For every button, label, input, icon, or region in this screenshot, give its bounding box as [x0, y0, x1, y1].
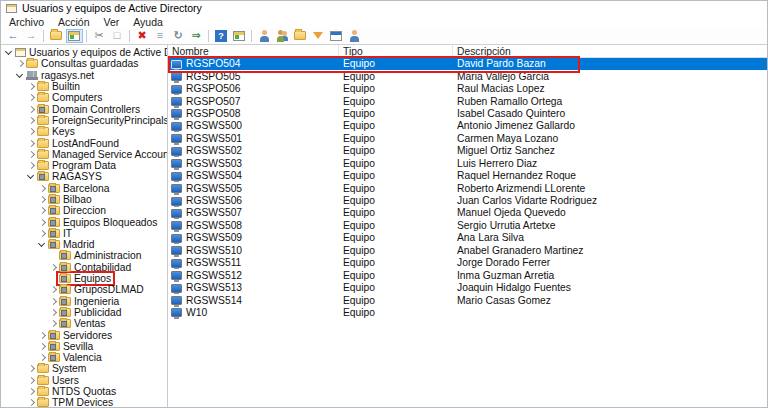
user-key-icon[interactable]	[346, 29, 363, 43]
tree-item-ragasys-net[interactable]: ragasys.net	[1, 70, 167, 81]
menu-archivo[interactable]: Archivo	[9, 16, 44, 28]
up-one-level-icon[interactable]	[48, 29, 65, 43]
tree-item-consultas-guardadas[interactable]: Consultas guardadas	[1, 58, 167, 69]
table-row[interactable]: RGSPO506 Equipo Raul Macias Lopez	[168, 83, 767, 95]
tree-item-madrid[interactable]: Madrid	[1, 239, 167, 250]
column-header-nombre[interactable]: Nombre	[168, 45, 339, 58]
expander-chevron-icon[interactable]	[26, 105, 35, 114]
expander-chevron-icon[interactable]	[48, 285, 57, 294]
table-row[interactable]: W10 Equipo	[168, 307, 767, 319]
tree-item-domain-controllers[interactable]: Domain Controllers	[1, 103, 167, 114]
tree-item-keys[interactable]: Keys	[1, 126, 167, 137]
table-row[interactable]: RGSWS501 Equipo Carmen Maya Lozano	[168, 133, 767, 145]
table-row[interactable]: RGSWS513 Equipo Joaquin Hidalgo Fuentes	[168, 282, 767, 294]
tree-item-barcelona[interactable]: Barcelona	[1, 183, 167, 194]
expander-chevron-icon[interactable]	[26, 139, 35, 148]
table-row[interactable]: RGSWS510 Equipo Anabel Granadero Martine…	[168, 245, 767, 257]
expander-chevron-icon[interactable]	[37, 218, 46, 227]
tree-item-builtin[interactable]: Builtin	[1, 81, 167, 92]
expander-chevron-icon[interactable]	[37, 331, 46, 340]
help-icon[interactable]: ?	[213, 29, 230, 43]
table-row[interactable]: RGSWS506 Equipo Juan Carlos Vidarte Rodr…	[168, 195, 767, 207]
expander-chevron-icon[interactable]	[48, 251, 57, 260]
tree-item-ventas[interactable]: Ventas	[1, 318, 167, 329]
table-row[interactable]: RGSWS505 Equipo Roberto Arizmendi LLoren…	[168, 182, 767, 194]
expander-chevron-icon[interactable]	[37, 229, 46, 238]
tree-item-valencia[interactable]: Valencia	[1, 352, 167, 363]
table-row[interactable]: RGSWS514 Equipo Mario Casas Gomez	[168, 294, 767, 306]
tree-item-foreignsecurityprincipals[interactable]: ForeignSecurityPrincipals	[1, 115, 167, 126]
tree-item-bilbao[interactable]: Bilbao	[1, 194, 167, 205]
expander-chevron-icon[interactable]	[26, 82, 35, 91]
expander-chevron-icon[interactable]	[37, 240, 46, 249]
table-row[interactable]: RGSWS500 Equipo Antonio Jimenez Gallardo	[168, 120, 767, 132]
expander-chevron-icon[interactable]	[26, 93, 35, 102]
expander-chevron-icon[interactable]	[26, 387, 35, 396]
expander-chevron-icon[interactable]	[26, 398, 35, 407]
table-row[interactable]: RGSWS503 Equipo Luis Herrero Diaz	[168, 158, 767, 170]
delete-icon[interactable]: ✖	[134, 29, 151, 43]
new-user-icon[interactable]	[256, 29, 273, 43]
cut-icon[interactable]: ✂	[91, 29, 108, 43]
table-row[interactable]: RGSPO507 Equipo Ruben Ramallo Ortega	[168, 95, 767, 107]
tree-item-computers[interactable]: Computers	[1, 92, 167, 103]
new-group-icon[interactable]	[274, 29, 291, 43]
tree-item-tpm-devices[interactable]: TPM Devices	[1, 397, 167, 407]
table-row[interactable]: RGSWS508 Equipo Sergio Urrutia Artetxe	[168, 220, 767, 232]
tree-item-publicidad[interactable]: Publicidad	[1, 307, 167, 318]
table-row[interactable]: RGSPO508 Equipo Isabel Casado Quintero	[168, 108, 767, 120]
expander-chevron-icon[interactable]	[37, 184, 46, 193]
table-row[interactable]: RGSPO505 Equipo Maria Vallejo Garcia	[168, 70, 767, 82]
table-row[interactable]: RGSWS504 Equipo Raquel Hernandez Roque	[168, 170, 767, 182]
tree-item-ntds-quotas[interactable]: NTDS Quotas	[1, 386, 167, 397]
expander-chevron-icon[interactable]	[48, 263, 57, 272]
expander-chevron-icon[interactable]	[26, 172, 35, 181]
table-row[interactable]: RGSWS512 Equipo Inma Guzman Arretia	[168, 269, 767, 281]
tree-item-sevilla[interactable]: Sevilla	[1, 341, 167, 352]
expander-chevron-icon[interactable]	[26, 116, 35, 125]
tree-item-direccion[interactable]: Direccion	[1, 205, 167, 216]
tree-item-usuarios-y-equipos-de-active-directory-dc01rg[interactable]: Usuarios y equipos de Active Directory […	[1, 47, 167, 58]
tree-item-equipos[interactable]: Equipos	[1, 273, 167, 284]
table-row[interactable]: RGSPO504 Equipo David Pardo Bazan	[168, 58, 767, 70]
forward-icon[interactable]: →	[23, 29, 40, 43]
tree-item-administracion[interactable]: Administracion	[1, 250, 167, 261]
expander-chevron-icon[interactable]	[48, 274, 57, 283]
dialog-icon[interactable]	[328, 29, 345, 43]
properties-icon[interactable]	[231, 29, 248, 43]
tree-item-ingenieria[interactable]: Ingenieria	[1, 296, 167, 307]
expander-chevron-icon[interactable]	[37, 342, 46, 351]
expander-chevron-icon[interactable]	[26, 161, 35, 170]
tree-item-it[interactable]: IT	[1, 228, 167, 239]
expander-chevron-icon[interactable]	[26, 376, 35, 385]
expander-chevron-icon[interactable]	[26, 150, 35, 159]
expander-chevron-icon[interactable]	[4, 48, 13, 57]
table-row[interactable]: RGSWS509 Equipo Ana Lara Silva	[168, 232, 767, 244]
expander-chevron-icon[interactable]	[26, 127, 35, 136]
expander-chevron-icon[interactable]	[48, 319, 57, 328]
tree-item-lostandfound[interactable]: LostAndFound	[1, 137, 167, 148]
tree-item-equipos-bloqueados[interactable]: Equipos Bloqueados	[1, 216, 167, 227]
tree-item-servidores[interactable]: Servidores	[1, 329, 167, 340]
expander-chevron-icon[interactable]	[48, 308, 57, 317]
tree-item-contabilidad[interactable]: Contabilidad	[1, 262, 167, 273]
show-console-tree-icon[interactable]	[66, 29, 83, 43]
tree-item-program-data[interactable]: Program Data	[1, 160, 167, 171]
column-header-descripcion[interactable]: Descripción	[453, 45, 767, 58]
menu-ayuda[interactable]: Ayuda	[133, 16, 163, 28]
tree-item-ragasys[interactable]: RAGASYS	[1, 171, 167, 182]
set-filter-icon[interactable]	[310, 29, 327, 43]
tree-item-gruposdlmad[interactable]: GruposDLMAD	[1, 284, 167, 295]
expander-chevron-icon[interactable]	[37, 206, 46, 215]
export-list-icon[interactable]: ⇒	[188, 29, 205, 43]
expander-chevron-icon[interactable]	[15, 59, 24, 68]
new-ou-icon[interactable]	[292, 29, 309, 43]
list-view-icon[interactable]: ≡	[152, 29, 169, 43]
paste-icon[interactable]: □	[109, 29, 126, 43]
table-row[interactable]: RGSWS502 Equipo Miguel Ortiz Sanchez	[168, 145, 767, 157]
refresh-icon[interactable]: ↻	[170, 29, 187, 43]
expander-chevron-icon[interactable]	[15, 71, 24, 80]
back-icon[interactable]: ←	[5, 29, 22, 43]
column-header-tipo[interactable]: Tipo	[339, 45, 453, 58]
table-row[interactable]: RGSWS507 Equipo Manuel Ojeda Quevedo	[168, 207, 767, 219]
